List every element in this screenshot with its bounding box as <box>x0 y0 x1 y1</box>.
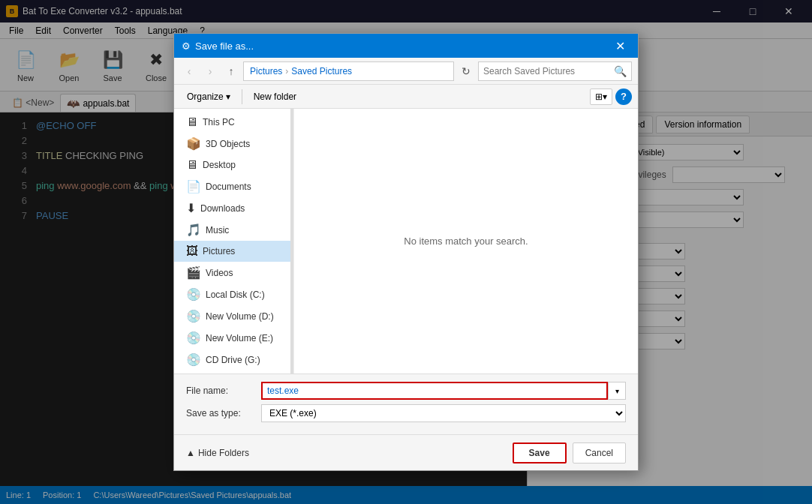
3dobjects-icon: 📦 <box>186 136 201 151</box>
sidebar-item-volumee[interactable]: 💿 New Volume (E:) <box>174 327 293 349</box>
sidebar-item-desktop[interactable]: 🖥 Desktop <box>174 154 293 176</box>
dialog-titlebar: ⚙ Save file as... ✕ <box>174 34 638 58</box>
3dobjects-label: 3D Objects <box>206 139 250 149</box>
pictures-label: Pictures <box>203 246 235 256</box>
filename-input[interactable] <box>261 382 608 400</box>
dialog-files-area: 🖥 This PC 📦 3D Objects 🖥 Desktop 📄 Docum… <box>174 109 638 374</box>
dialog-buttons: ▲ Hide Folders Save Cancel <box>174 434 638 470</box>
file-list-empty: No items match your search. <box>294 109 638 374</box>
desktop-icon: 🖥 <box>186 158 198 172</box>
sidebar-item-downloads[interactable]: ⬇ Downloads <box>174 197 293 219</box>
sidebar-item-pictures[interactable]: 🖼 Pictures <box>174 241 293 262</box>
thispc-label: This PC <box>203 117 235 128</box>
dialog-address-bar: ‹ › ↑ Pictures › Saved Pictures ↻ 🔍 <box>174 58 638 85</box>
documents-icon: 📄 <box>186 179 201 194</box>
sidebar-item-cdg[interactable]: 💿 CD Drive (G:) <box>174 349 293 370</box>
dialog-cancel-button[interactable]: Cancel <box>573 442 626 464</box>
nav-back-button[interactable]: ‹ <box>180 62 198 80</box>
sidebar-item-documents[interactable]: 📄 Documents <box>174 176 293 197</box>
path-part-pictures[interactable]: Pictures <box>250 66 282 76</box>
music-label: Music <box>206 225 229 236</box>
desktop-label: Desktop <box>203 160 236 170</box>
music-icon: 🎵 <box>186 223 201 237</box>
nav-up-button[interactable]: ↑ <box>222 62 240 80</box>
volumee-label: New Volume (E:) <box>206 333 273 344</box>
sidebar-item-music[interactable]: 🎵 Music <box>174 219 293 241</box>
filename-row: File name: ▾ <box>186 382 626 400</box>
save-dialog: ⚙ Save file as... ✕ ‹ › ↑ Pictures › Sav… <box>173 33 639 471</box>
dialog-toolbar: Organize ▾ New folder ⊞ ▾ ? <box>174 85 638 109</box>
dialog-save-button[interactable]: Save <box>513 442 567 464</box>
downloads-label: Downloads <box>200 203 245 214</box>
filename-dropdown[interactable]: ▾ <box>608 382 626 400</box>
documents-label: Documents <box>206 182 251 192</box>
view-chevron: ▾ <box>603 92 607 102</box>
organize-button[interactable]: Organize ▾ <box>180 88 237 105</box>
search-box[interactable]: 🔍 <box>478 62 632 81</box>
dialog-title-icon: ⚙ <box>182 40 191 52</box>
sidebar-item-volumed[interactable]: 💿 New Volume (D:) <box>174 305 293 327</box>
filetype-row: Save as type: EXE (*.exe) <box>186 404 626 422</box>
videos-label: Videos <box>206 268 233 278</box>
hide-folders-label: Hide Folders <box>198 448 249 458</box>
videos-icon: 🎬 <box>186 266 201 280</box>
filetype-label: Save as type: <box>186 408 261 418</box>
refresh-button[interactable]: ↻ <box>457 62 475 80</box>
cdg-icon: 💿 <box>186 352 201 367</box>
search-icon: 🔍 <box>614 65 627 77</box>
help-button[interactable]: ? <box>615 88 632 105</box>
search-input[interactable] <box>483 66 611 76</box>
sidebar-item-videos[interactable]: 🎬 Videos <box>174 262 293 284</box>
sidebar-item-3dobjects[interactable]: 📦 3D Objects <box>174 133 293 154</box>
dialog-overlay: ⚙ Save file as... ✕ ‹ › ↑ Pictures › Sav… <box>0 0 812 504</box>
empty-message: No items match your search. <box>404 236 528 247</box>
new-folder-label: New folder <box>254 92 296 102</box>
toolbar-sep <box>242 89 242 104</box>
localc-icon: 💿 <box>186 287 201 302</box>
pictures-icon: 🖼 <box>186 244 198 258</box>
expand-chevron: ▲ <box>186 448 195 458</box>
organize-label: Organize <box>187 92 224 102</box>
sidebar-item-thispc[interactable]: 🖥 This PC <box>174 112 293 133</box>
cdg-label: CD Drive (G:) <box>206 355 260 365</box>
localc-label: Local Disk (C:) <box>206 290 265 300</box>
file-sidebar: 🖥 This PC 📦 3D Objects 🖥 Desktop 📄 Docum… <box>174 109 294 374</box>
view-icon: ⊞ <box>595 92 603 102</box>
hide-folders-button[interactable]: ▲ Hide Folders <box>186 448 249 458</box>
filetype-select[interactable]: EXE (*.exe) <box>261 404 626 422</box>
view-button[interactable]: ⊞ ▾ <box>590 88 612 105</box>
downloads-icon: ⬇ <box>186 201 196 215</box>
nav-forward-button[interactable]: › <box>201 62 219 80</box>
volumee-icon: 💿 <box>186 331 201 345</box>
volumed-icon: 💿 <box>186 309 201 323</box>
filename-label: File name: <box>186 386 261 396</box>
address-path[interactable]: Pictures › Saved Pictures <box>243 62 454 81</box>
dialog-title-text: Save file as... <box>195 40 254 52</box>
thispc-icon: 🖥 <box>186 116 198 129</box>
new-folder-button[interactable]: New folder <box>247 88 303 105</box>
organize-chevron: ▾ <box>226 92 230 102</box>
sidebar-item-localc[interactable]: 💿 Local Disk (C:) <box>174 284 293 305</box>
filename-area: File name: ▾ Save as type: EXE (*.exe) <box>174 374 638 434</box>
dialog-close-button[interactable]: ✕ <box>609 35 630 56</box>
path-separator: › <box>285 66 288 76</box>
volumed-label: New Volume (D:) <box>206 311 274 322</box>
path-part-saved[interactable]: Saved Pictures <box>291 66 352 76</box>
